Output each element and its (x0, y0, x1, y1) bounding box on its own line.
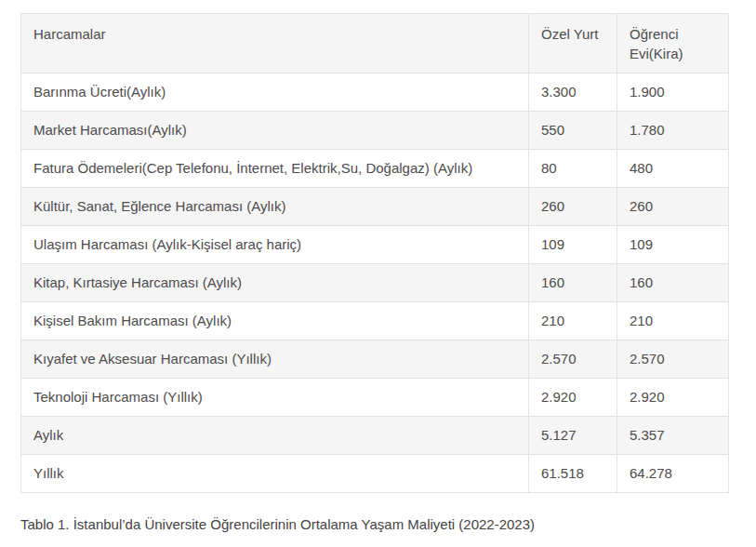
column-header-ozel-yurt: Özel Yurt (529, 14, 617, 73)
table-row: Teknoloji Harcaması (Yıllık) 2.920 2.920 (21, 379, 729, 417)
ozel-yurt-value-cell: 5.127 (529, 417, 617, 455)
table-row: Kişisel Bakım Harcaması (Aylık) 210 210 (21, 302, 729, 340)
page: Harcamalar Özel Yurt Öğrenci Evi(Kira) B… (0, 0, 756, 534)
ozel-yurt-value-cell: 160 (529, 264, 617, 302)
table-row: Kültür, Sanat, Eğlence Harcaması (Aylık)… (21, 188, 729, 226)
row-label-cell: Teknoloji Harcaması (Yıllık) (21, 379, 529, 417)
table-row: Fatura Ödemeleri(Cep Telefonu, İnternet,… (21, 150, 729, 188)
ogrenci-evi-value-cell: 480 (617, 150, 729, 188)
ozel-yurt-value-cell: 210 (529, 302, 617, 340)
table-row: Market Harcaması(Aylık) 550 1.780 (21, 112, 729, 150)
ozel-yurt-value-cell: 61.518 (529, 455, 617, 493)
row-label-cell: Market Harcaması(Aylık) (21, 112, 529, 150)
ogrenci-evi-value-cell: 5.357 (617, 417, 729, 455)
ozel-yurt-value-cell: 2.920 (529, 379, 617, 417)
row-label-cell: Barınma Ücreti(Aylık) (21, 73, 529, 112)
ozel-yurt-value-cell: 80 (529, 150, 617, 188)
row-label-cell: Kitap, Kırtasiye Harcaması (Aylık) (21, 264, 529, 302)
row-label-cell: Ulaşım Harcaması (Aylık-Kişisel araç har… (21, 226, 529, 264)
row-label-cell: Kıyafet ve Aksesuar Harcaması (Yıllık) (21, 340, 529, 379)
column-header-expenses: Harcamalar (21, 14, 529, 73)
table-row: Barınma Ücreti(Aylık) 3.300 1.900 (21, 73, 729, 112)
ogrenci-evi-value-cell: 260 (617, 188, 729, 226)
column-header-ogrenci-evi: Öğrenci Evi(Kira) (617, 14, 729, 73)
table-caption: Tablo 1. İstanbul’da Üniversite Öğrencil… (20, 515, 728, 534)
table-row: Aylık 5.127 5.357 (21, 417, 729, 455)
table-header-row: Harcamalar Özel Yurt Öğrenci Evi(Kira) (21, 14, 729, 73)
ogrenci-evi-value-cell: 1.780 (617, 112, 729, 150)
ogrenci-evi-value-cell: 2.920 (617, 379, 729, 417)
ozel-yurt-value-cell: 109 (529, 226, 617, 264)
row-label-cell: Yıllık (21, 455, 529, 493)
row-label-cell: Aylık (21, 417, 529, 455)
ozel-yurt-value-cell: 2.570 (529, 340, 617, 379)
ogrenci-evi-value-cell: 2.570 (617, 340, 729, 379)
ozel-yurt-value-cell: 3.300 (529, 73, 617, 112)
table-row: Kıyafet ve Aksesuar Harcaması (Yıllık) 2… (21, 340, 729, 379)
table-row: Yıllık 61.518 64.278 (21, 455, 729, 493)
ogrenci-evi-value-cell: 109 (617, 226, 729, 264)
ozel-yurt-value-cell: 550 (529, 112, 617, 150)
ogrenci-evi-value-cell: 1.900 (617, 73, 729, 112)
row-label-cell: Kültür, Sanat, Eğlence Harcaması (Aylık) (21, 188, 529, 226)
table-row: Kitap, Kırtasiye Harcaması (Aylık) 160 1… (21, 264, 729, 302)
row-label-cell: Fatura Ödemeleri(Cep Telefonu, İnternet,… (21, 150, 529, 188)
expenses-table: Harcamalar Özel Yurt Öğrenci Evi(Kira) B… (20, 13, 729, 493)
ogrenci-evi-value-cell: 210 (617, 302, 729, 340)
ozel-yurt-value-cell: 260 (529, 188, 617, 226)
ogrenci-evi-value-cell: 64.278 (617, 455, 729, 493)
ogrenci-evi-value-cell: 160 (617, 264, 729, 302)
row-label-cell: Kişisel Bakım Harcaması (Aylık) (21, 302, 529, 340)
table-row: Ulaşım Harcaması (Aylık-Kişisel araç har… (21, 226, 729, 264)
